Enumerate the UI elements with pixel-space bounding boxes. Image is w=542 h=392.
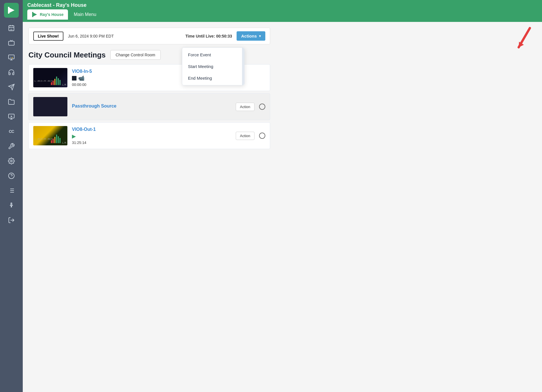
db-label: L: -60.0 • R: -60.0	[34, 80, 52, 82]
actions-label: Actions	[241, 34, 257, 38]
actions-button[interactable]: Actions ▾	[237, 31, 265, 41]
chevron-down-icon: ▾	[259, 34, 261, 38]
sidebar-item-help[interactable]	[3, 169, 19, 183]
section-header: City Council Meetings Change Control Roo…	[28, 50, 536, 60]
dropdown-scrollbar	[242, 48, 244, 85]
change-control-room-button[interactable]: Change Control Room	[110, 50, 161, 60]
svg-rect-1	[8, 7, 9, 14]
action-button-vio8-out1[interactable]: Action	[236, 132, 255, 140]
live-show-button[interactable]: Live Show!	[33, 32, 63, 41]
sidebar-item-folder[interactable]	[3, 95, 19, 109]
dropdown-item-start-meeting[interactable]: Start Meeting	[182, 61, 244, 72]
db-label-out1: L: -60.0 • R: -60.0	[34, 138, 52, 140]
svg-marker-32	[517, 40, 524, 47]
sidebar-item-settings[interactable]	[3, 154, 19, 168]
sidebar-item-video-player[interactable]	[3, 110, 19, 123]
actions-dropdown: Force Event Start Meeting End Meeting	[182, 48, 245, 85]
dropdown-item-force-event[interactable]: Force Event	[182, 49, 244, 61]
audio-bars-out1	[51, 135, 61, 143]
audio-bars	[51, 77, 61, 85]
source-info-passthrough: Passthrough Source	[72, 104, 231, 110]
sidebar: 22 75🔒 CC	[0, 0, 23, 392]
source-item-passthrough: Passthrough Source Action	[28, 93, 270, 120]
sidebar-item-wrench[interactable]	[3, 139, 19, 153]
content-area: Live Show! Jun 6, 2024 9:00 PM EDT Time …	[23, 22, 542, 392]
top-nav: Ray's House Main Menu	[23, 9, 542, 22]
app-title: Cablecast - Ray's House	[23, 0, 542, 9]
source-info-vio8-out1: VIO8-Out-1 ▶ 31:25:14	[72, 127, 231, 145]
source-time-vio8-out1: 31:25:14	[72, 141, 231, 145]
source-icons-vio8-out1: ▶	[72, 133, 231, 139]
sidebar-item-logout[interactable]	[3, 213, 19, 227]
sidebar-item-cc[interactable]: CC	[3, 125, 19, 138]
action-button-passthrough[interactable]: Action	[236, 103, 255, 111]
black-square-icon	[72, 76, 76, 81]
live-date: Jun 6, 2024 9:00 PM EDT	[68, 34, 181, 38]
source-thumbnail-vio8-in5: L R L: -60.0 • R: -60.0	[33, 68, 67, 87]
sidebar-item-send[interactable]	[3, 80, 19, 94]
dropdown-item-end-meeting[interactable]: End Meeting	[182, 72, 244, 84]
source-thumbnail-vio8-out1: L R L: -60.0 • R: -60.0	[33, 126, 67, 145]
source-name-passthrough[interactable]: Passthrough Source	[72, 104, 231, 109]
sidebar-item-headset[interactable]	[3, 65, 19, 79]
lr-label: L R	[62, 83, 66, 86]
section-title: City Council Meetings	[28, 51, 106, 59]
svg-text:75🔒: 75🔒	[10, 57, 13, 59]
sidebar-item-figure[interactable]	[3, 199, 19, 212]
source-thumbnail-passthrough	[33, 97, 67, 116]
radio-circle-vio8-out1[interactable]	[259, 133, 265, 139]
nav-menu[interactable]: Main Menu	[68, 10, 102, 19]
sidebar-item-list[interactable]	[3, 184, 19, 197]
source-name-vio8-out1[interactable]: VIO8-Out-1	[72, 127, 231, 132]
live-bar: Live Show! Jun 6, 2024 9:00 PM EDT Time …	[28, 28, 270, 44]
svg-line-31	[514, 28, 535, 48]
svg-text:22: 22	[10, 28, 13, 30]
nav-brand-text: Ray's House	[40, 12, 63, 17]
sidebar-item-calendar[interactable]: 22	[3, 21, 19, 35]
svg-marker-17	[11, 115, 13, 117]
svg-rect-30	[32, 12, 33, 17]
lr-label-out1: L R	[62, 141, 66, 144]
source-item-vio8-out1: L R L: -60.0 • R: -60.0 VIO8-Out-1 ▶ 31:…	[28, 122, 270, 149]
radio-circle-passthrough[interactable]	[259, 104, 265, 110]
main-area: Cablecast - Ray's House Ray's House Main…	[23, 0, 542, 392]
sidebar-logo[interactable]	[4, 3, 19, 18]
sidebar-item-monitor[interactable]: 75🔒	[3, 51, 19, 64]
sidebar-item-film[interactable]	[3, 36, 19, 49]
green-camera-icon: 📹	[78, 75, 84, 81]
green-play-icon: ▶	[72, 133, 76, 139]
svg-rect-7	[9, 41, 14, 45]
live-countdown: Time Until Live: 00:50:33	[185, 34, 232, 38]
nav-brand[interactable]: Ray's House	[27, 9, 68, 20]
top-header: Cablecast - Ray's House Ray's House Main…	[23, 0, 542, 22]
svg-point-18	[11, 160, 12, 162]
